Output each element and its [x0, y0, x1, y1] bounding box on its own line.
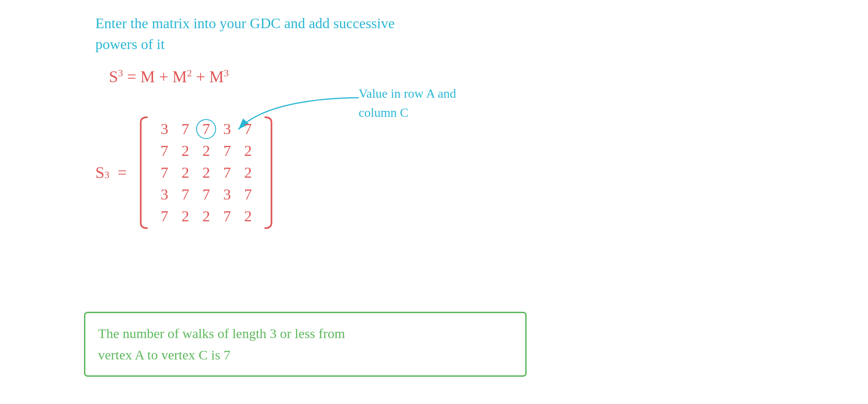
- matrix-cell-3-3: 3: [217, 184, 237, 205]
- matrix-cell-4-2: 2: [196, 205, 217, 227]
- matrix-cell-1-4: 2: [237, 140, 258, 162]
- matrix-equals: =: [118, 163, 127, 182]
- matrix-cell-4-4: 2: [237, 205, 258, 227]
- annotation-text: Value in row A and column C: [359, 84, 456, 122]
- matrix-wrapper: 3773772272722723773772272: [135, 114, 277, 232]
- matrix-cell-4-3: 7: [217, 205, 237, 227]
- matrix-content: 3773772272722723773772272: [152, 115, 260, 231]
- matrix-cell-0-4: 7: [237, 118, 258, 140]
- green-box-line1: The number of walks of length 3 or less …: [98, 323, 513, 344]
- page-container: Enter the matrix into your GDC and add s…: [0, 0, 868, 404]
- matrix-cell-2-2: 2: [196, 162, 217, 184]
- matrix-cell-1-0: 7: [154, 140, 175, 162]
- matrix-cell-3-2: 7: [196, 184, 217, 205]
- matrix-cell-2-1: 2: [175, 162, 196, 184]
- matrix-label: S3: [95, 163, 109, 182]
- matrix-cell-2-4: 2: [237, 162, 258, 184]
- matrix-cell-0-2: 7: [196, 119, 216, 139]
- matrix-cell-0-3: 3: [217, 118, 237, 140]
- green-box-text: The number of walks of length 3 or less …: [98, 323, 513, 365]
- matrix-cell-3-0: 3: [154, 184, 175, 205]
- right-bracket-svg: [260, 114, 277, 232]
- matrix-cell-2-0: 7: [154, 162, 175, 184]
- annotation-line1: Value in row A and: [359, 84, 456, 103]
- matrix-cell-1-2: 2: [196, 140, 217, 162]
- matrix-cell-3-4: 7: [237, 184, 258, 205]
- left-bracket-svg: [135, 114, 152, 232]
- matrix-cell-2-3: 7: [217, 162, 237, 184]
- matrix-cell-1-3: 7: [217, 140, 237, 162]
- green-box-line2: vertex A to vertex C is 7: [98, 344, 513, 366]
- instruction-line1: Enter the matrix into your GDC and add s…: [95, 13, 395, 34]
- formula-s3: S3 = M + M2 + M3: [109, 67, 229, 86]
- green-box: The number of walks of length 3 or less …: [84, 312, 527, 377]
- matrix-cell-3-1: 7: [175, 184, 196, 205]
- instruction-line2: powers of it: [95, 34, 395, 55]
- formula-top: S3 = M + M2 + M3: [109, 67, 229, 86]
- matrix-cell-0-1: 7: [175, 118, 196, 140]
- matrix-cell-4-0: 7: [154, 205, 175, 227]
- instruction-text: Enter the matrix into your GDC and add s…: [95, 13, 395, 55]
- matrix-equation: S3 = 3773772272722723773772272: [95, 114, 277, 232]
- matrix-cell-0-0: 3: [154, 118, 175, 140]
- matrix-cell-1-1: 2: [175, 140, 196, 162]
- annotation-line2: column C: [359, 103, 456, 122]
- matrix-cell-4-1: 2: [175, 205, 196, 227]
